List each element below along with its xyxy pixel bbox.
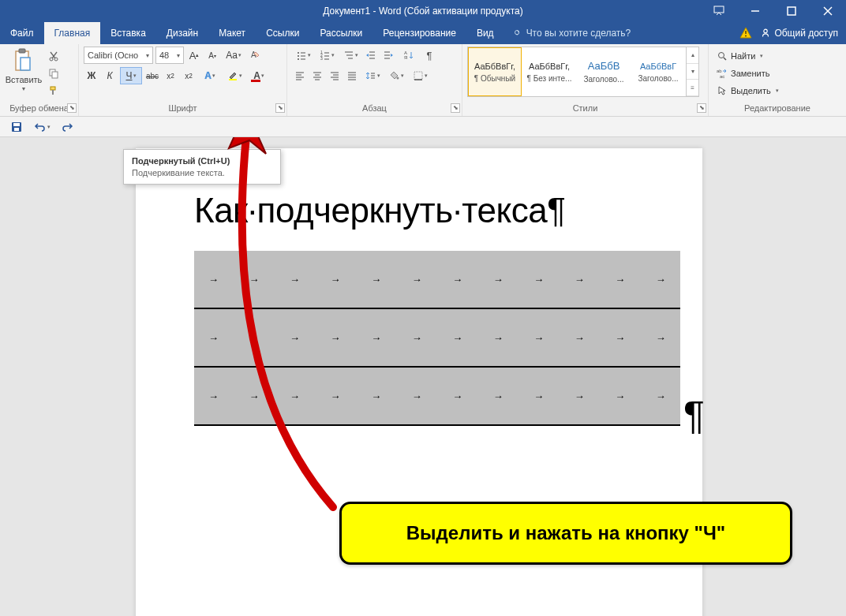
group-clipboard-label: Буфер обмена: [5, 102, 73, 116]
group-paragraph: ▾ 123▾ ▾ AЯ ¶ ▾ ▾ ▾ Абзац ⬊: [287, 44, 462, 116]
table-row: →→→→→→→→→→→→: [194, 309, 680, 368]
tab-review[interactable]: Рецензирование: [372, 22, 466, 44]
font-launcher[interactable]: ⬊: [275, 103, 285, 113]
subscript-button[interactable]: x2: [163, 67, 178, 84]
shading-button[interactable]: ▾: [385, 67, 407, 84]
cut-button[interactable]: [46, 48, 62, 64]
show-marks-button[interactable]: ¶: [421, 47, 437, 64]
document-heading: Как·подчеркнуть·текса¶: [194, 191, 565, 230]
tab-view[interactable]: Вид: [466, 22, 504, 44]
group-clipboard: Вставить ▼ Буфер обмена ⬊: [0, 44, 79, 116]
pilcrow-icon: ¶: [683, 393, 705, 439]
minimize-button[interactable]: [737, 0, 773, 22]
ribbon: Вставить ▼ Буфер обмена ⬊ Calibri (Осно▾…: [0, 44, 846, 117]
redo-button[interactable]: [58, 118, 76, 136]
tell-me-search[interactable]: Что вы хотите сделать?: [504, 22, 639, 44]
paragraph-launcher[interactable]: ⬊: [451, 103, 460, 113]
svg-text:ac: ac: [720, 74, 724, 79]
share-label: Общий доступ: [774, 28, 838, 39]
quick-access-toolbar: ▾: [0, 117, 846, 137]
text-effects-button[interactable]: A▾: [199, 67, 221, 84]
font-size-combo[interactable]: 48▾: [155, 47, 184, 64]
svg-text:3: 3: [320, 56, 323, 61]
superscript-button[interactable]: x2: [181, 67, 197, 84]
tab-layout[interactable]: Макет: [208, 22, 256, 44]
warning-icon: [739, 27, 752, 39]
font-color-button[interactable]: A▾: [248, 67, 270, 84]
svg-point-23: [298, 52, 299, 54]
style-normal[interactable]: АаБбВвГг,¶ Обычный: [468, 47, 522, 96]
tab-mailings[interactable]: Рассылки: [309, 22, 372, 44]
align-left-button[interactable]: [292, 67, 308, 84]
svg-point-25: [298, 55, 299, 57]
document-page[interactable]: Как·подчеркнуть·текса¶ →→→→→→→→→→→→ →→→→…: [136, 148, 702, 616]
maximize-button[interactable]: [773, 0, 810, 22]
sort-button[interactable]: AЯ: [398, 47, 420, 64]
bold-button[interactable]: Ж: [84, 67, 99, 84]
grow-font-button[interactable]: A▴: [186, 47, 202, 64]
svg-point-27: [298, 58, 299, 60]
bullets-button[interactable]: ▾: [292, 47, 314, 64]
styles-launcher[interactable]: ⬊: [697, 103, 706, 113]
svg-point-8: [745, 35, 747, 37]
decrease-indent-button[interactable]: [363, 47, 379, 64]
svg-rect-73: [13, 123, 20, 126]
svg-rect-66: [414, 72, 422, 80]
save-button[interactable]: [8, 118, 25, 136]
tab-file[interactable]: Файл: [0, 22, 44, 44]
underline-tooltip: Подчеркнутый (Ctrl+U) Подчеркивание текс…: [123, 149, 281, 185]
copy-button[interactable]: [46, 65, 62, 81]
group-styles: АаБбВвГг,¶ Обычный АаБбВвГг,¶ Без инте..…: [462, 44, 709, 116]
numbering-button[interactable]: 123▾: [316, 47, 338, 64]
tab-insert[interactable]: Вставка: [100, 22, 156, 44]
tooltip-body: Подчеркивание текста.: [132, 168, 272, 177]
paste-label: Вставить: [6, 75, 43, 84]
svg-line-69: [724, 58, 726, 60]
tab-home[interactable]: Главная: [44, 22, 101, 44]
font-name-combo[interactable]: Calibri (Осно▾: [84, 47, 153, 64]
close-button[interactable]: [810, 0, 846, 22]
multilevel-list-button[interactable]: ▾: [339, 47, 361, 64]
underline-glyph: Ч: [126, 70, 133, 81]
svg-point-15: [50, 58, 53, 61]
style-heading2[interactable]: АаБбВвГЗаголово...: [631, 47, 685, 96]
document-area: Как·подчеркнуть·текса¶ →→→→→→→→→→→→ →→→→…: [0, 137, 846, 616]
svg-point-68: [719, 53, 724, 58]
window-title: Документ1 - Word (Сбой активации продукт…: [323, 6, 522, 17]
highlight-button[interactable]: ▾: [223, 67, 245, 84]
line-spacing-button[interactable]: ▾: [361, 67, 384, 84]
title-bar: Документ1 - Word (Сбой активации продукт…: [0, 0, 846, 22]
align-right-button[interactable]: [327, 67, 343, 84]
undo-button[interactable]: ▾: [33, 118, 51, 136]
italic-button[interactable]: К: [102, 67, 118, 84]
format-painter-button[interactable]: [46, 83, 62, 99]
shrink-font-button[interactable]: A▾: [204, 47, 220, 64]
clipboard-launcher[interactable]: ⬊: [67, 103, 77, 113]
change-case-button[interactable]: Aa▾: [223, 47, 245, 64]
svg-rect-74: [14, 128, 19, 131]
borders-button[interactable]: ▾: [409, 67, 431, 84]
find-button[interactable]: Найти▾: [713, 48, 782, 64]
clear-formatting-button[interactable]: A: [247, 47, 263, 64]
select-button[interactable]: Выделить▾: [713, 83, 782, 99]
increase-indent-button[interactable]: [380, 47, 396, 64]
replace-button[interactable]: abacЗаменить: [713, 65, 782, 81]
svg-text:ab: ab: [717, 69, 722, 73]
align-center-button[interactable]: [309, 67, 325, 84]
svg-rect-12: [21, 58, 30, 70]
underline-button[interactable]: Ч▾: [120, 67, 142, 84]
paste-button[interactable]: Вставить ▼: [5, 47, 43, 91]
ribbon-options-button[interactable]: [701, 0, 737, 22]
tooltip-title: Подчеркнутый (Ctrl+U): [132, 156, 272, 166]
tab-references[interactable]: Ссылки: [256, 22, 309, 44]
strikethrough-button[interactable]: abc: [144, 67, 160, 84]
style-no-spacing[interactable]: АаБбВвГг,¶ Без инте...: [522, 47, 576, 96]
svg-rect-22: [229, 79, 237, 80]
styles-gallery[interactable]: АаБбВвГг,¶ Обычный АаБбВвГг,¶ Без инте..…: [467, 47, 699, 97]
justify-button[interactable]: [344, 67, 360, 84]
tab-design[interactable]: Дизайн: [156, 22, 208, 44]
tell-me-placeholder: Что вы хотите сделать?: [526, 28, 631, 39]
style-heading1[interactable]: АаБбВЗаголово...: [577, 47, 631, 96]
styles-more-button[interactable]: ▴▾≡: [686, 47, 698, 96]
share-button[interactable]: Общий доступ: [760, 28, 838, 39]
